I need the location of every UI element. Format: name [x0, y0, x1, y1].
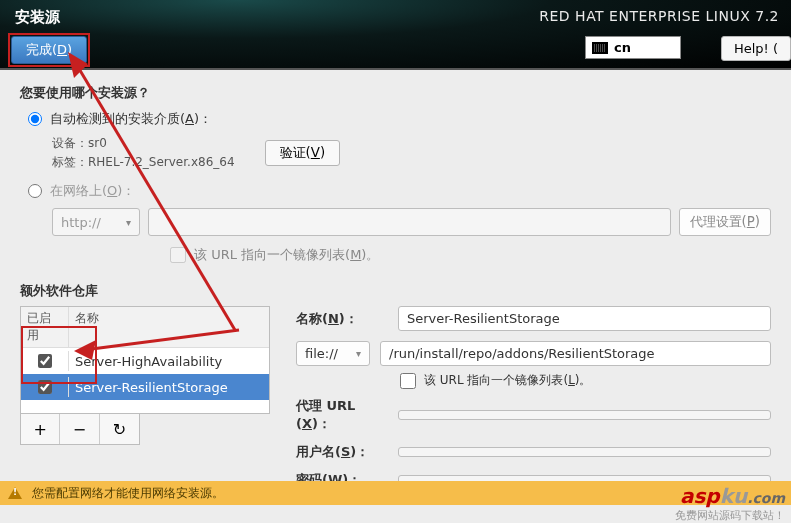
device-block: 设备：sr0 标签：RHEL-7.2_Server.x86_64 验证(V) — [52, 134, 771, 172]
warning-bar: 您需配置网络才能使用网络安装源。 — [0, 481, 791, 505]
network-label: 在网络上(O)： — [50, 182, 135, 200]
autodetect-label: 自动检测到的安装介质(A)： — [50, 110, 212, 128]
header: 安装源 完成(D) RED HAT ENTERPRISE LINUX 7.2 c… — [0, 0, 791, 70]
repo-path-input[interactable]: /run/install/repo/addons/ResilientStorag… — [380, 341, 771, 366]
help-button[interactable]: Help! ( — [721, 36, 791, 61]
proxy-url-label: 代理 URL (X)： — [296, 397, 388, 433]
repo-mirror-checkbox[interactable] — [400, 373, 416, 389]
mirror-label: 该 URL 指向一个镜像列表(M)。 — [194, 246, 379, 264]
name-input[interactable]: Server-ResilientStorage — [398, 306, 771, 331]
network-radio[interactable] — [28, 184, 42, 198]
proxy-settings-button[interactable]: 代理设置(P) — [679, 208, 771, 236]
list-buttons: + − ↻ — [20, 414, 140, 445]
page-title: 安装源 — [15, 8, 60, 27]
repo-table-header: 已启用 名称 — [21, 307, 269, 348]
repo-table: 已启用 名称 Server-HighAvailability Server-Re… — [20, 306, 270, 414]
remove-repo-button[interactable]: − — [60, 414, 99, 444]
done-button[interactable]: 完成(D) — [11, 36, 87, 64]
source-question: 您要使用哪个安装源？ — [20, 84, 771, 102]
tag-line: 标签：RHEL-7.2_Server.x86_64 — [52, 153, 235, 172]
add-repo-button[interactable]: + — [21, 414, 60, 444]
product-name: RED HAT ENTERPRISE LINUX 7.2 — [539, 8, 779, 24]
url-row: http:// ▾ 代理设置(P) — [52, 208, 771, 236]
done-highlight: 完成(D) — [8, 33, 90, 67]
chevron-down-icon: ▾ — [356, 348, 361, 359]
name-label: 名称(N)： — [296, 310, 388, 328]
device-line: 设备：sr0 — [52, 134, 235, 153]
table-row[interactable]: Server-HighAvailability — [21, 348, 269, 374]
watermark: aspku.com 免费网站源码下载站！ — [675, 484, 785, 523]
keyboard-icon — [592, 42, 608, 54]
autodetect-radio-row[interactable]: 自动检测到的安装介质(A)： — [28, 110, 771, 128]
enable-checkbox[interactable] — [38, 380, 52, 394]
refresh-repo-button[interactable]: ↻ — [100, 414, 139, 444]
scheme-select[interactable]: http:// ▾ — [52, 208, 140, 236]
repo-list-panel: 已启用 名称 Server-HighAvailability Server-Re… — [20, 306, 270, 499]
main-content: 您要使用哪个安装源？ 自动检测到的安装介质(A)： 设备：sr0 标签：RHEL… — [0, 70, 791, 499]
warning-icon — [8, 487, 22, 499]
user-label: 用户名(S)： — [296, 443, 388, 461]
repo-scheme-select[interactable]: file:// ▾ — [296, 341, 370, 366]
mirror-checkbox[interactable] — [170, 247, 186, 263]
verify-button[interactable]: 验证(V) — [265, 140, 341, 166]
autodetect-radio[interactable] — [28, 112, 42, 126]
network-radio-row[interactable]: 在网络上(O)： — [28, 182, 771, 200]
mirror-checkbox-row: 该 URL 指向一个镜像列表(M)。 — [170, 246, 771, 264]
extra-repos-title: 额外软件仓库 — [20, 282, 771, 300]
table-row[interactable]: Server-ResilientStorage — [21, 374, 269, 400]
extra-repos-area: 已启用 名称 Server-HighAvailability Server-Re… — [20, 306, 771, 499]
keyboard-layout-selector[interactable]: cn — [585, 36, 681, 59]
keyboard-layout-label: cn — [614, 40, 631, 55]
enable-checkbox[interactable] — [38, 354, 52, 368]
warning-text: 您需配置网络才能使用网络安装源。 — [32, 485, 224, 502]
url-input[interactable] — [148, 208, 671, 236]
proxy-url-input[interactable] — [398, 410, 771, 420]
repo-mirror-row: 该 URL 指向一个镜像列表(L)。 — [400, 372, 771, 389]
chevron-down-icon: ▾ — [126, 217, 131, 228]
user-input[interactable] — [398, 447, 771, 457]
repo-form: 名称(N)： Server-ResilientStorage file:// ▾… — [296, 306, 771, 499]
